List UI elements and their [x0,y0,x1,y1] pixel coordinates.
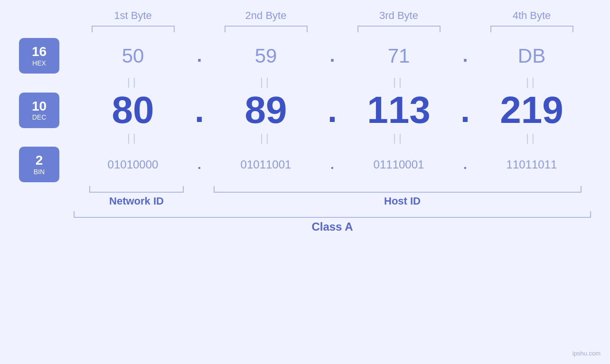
hex-val-3: 71 [339,45,458,67]
parallel-2-2: || [206,132,325,144]
hex-base-name: HEX [32,59,46,67]
parallel-2-4: || [472,132,591,144]
parallel-1-2: || [206,76,325,88]
parallel-2-1: || [74,132,192,144]
network-id-label: Network ID [74,195,199,207]
hex-val-2: 59 [206,45,325,67]
dec-base-name: DEC [32,113,47,121]
class-a-label: Class A [74,220,591,233]
dec-val-1: 80 [74,91,192,129]
bin-base-num: 2 [36,153,43,168]
dec-val-4: 219 [472,91,591,129]
bin-label-box: 2 BIN [19,147,59,182]
hex-val-1: 50 [74,45,192,67]
watermark: ipshu.com [572,350,601,357]
top-bracket-2 [206,26,325,32]
dec-label-box: 10 DEC [19,93,59,128]
hex-label-box: 16 HEX [19,38,59,74]
top-bracket-4 [472,26,591,32]
host-id-label: Host ID [214,195,591,207]
dec-val-2: 89 [206,91,325,129]
byte-header-3: 3rd Byte [339,9,458,22]
dot-bin-1: . [192,157,206,172]
hex-base-num: 16 [32,45,47,59]
dot-hex-2: . [325,46,339,66]
bin-val-3: 01110001 [339,158,458,171]
dot-bin-2: . [325,157,339,172]
dot-dec-3: . [458,91,472,130]
bin-val-2: 01011001 [206,158,325,171]
byte-header-1: 1st Byte [74,9,192,22]
top-bracket-3 [339,26,458,32]
parallel-1-3: || [339,76,458,88]
dot-hex-3: . [458,46,472,66]
bin-val-4: 11011011 [472,158,591,171]
hex-val-4: DB [472,45,591,67]
dec-val-3: 113 [339,91,458,129]
dec-base-num: 10 [32,99,47,114]
main-container: 1st Byte 2nd Byte 3rd Byte 4th Byte 16 H… [0,0,610,364]
parallel-1-4: || [472,76,591,88]
parallel-1-1: || [74,76,192,88]
dot-hex-1: . [192,46,206,66]
bottom-bracket-host [214,186,591,193]
top-bracket-1 [74,26,192,32]
bin-val-1: 01010000 [74,158,192,171]
parallel-2-3: || [339,132,458,144]
dot-bin-3: . [458,157,472,172]
bottom-bracket-network [74,186,199,193]
bin-base-name: BIN [34,168,45,176]
dot-dec-1: . [192,91,206,130]
dot-dec-2: . [325,91,339,130]
byte-header-2: 2nd Byte [206,9,325,22]
class-a-bracket [74,211,591,218]
byte-header-4: 4th Byte [472,9,591,22]
